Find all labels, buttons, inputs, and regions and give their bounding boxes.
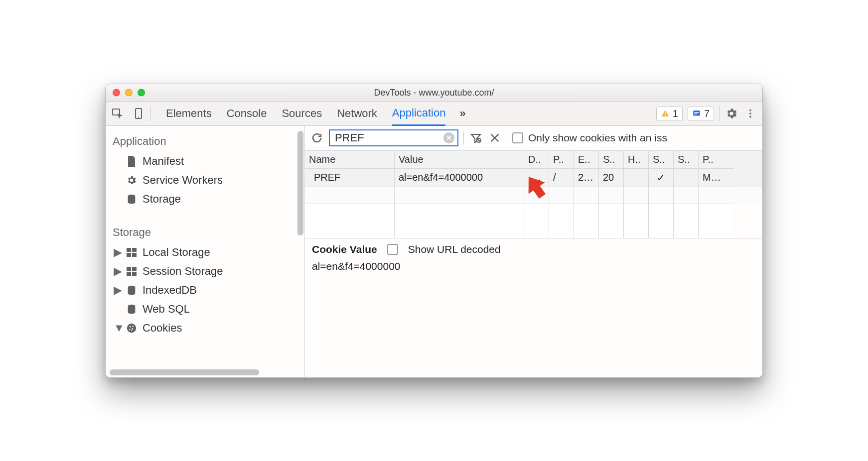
sidebar-item-label: Service Workers: [143, 174, 223, 187]
col-name[interactable]: Name: [305, 151, 395, 169]
sidebar-item-label: Session Storage: [143, 265, 223, 278]
sidebar-horizontal-scrollbar[interactable]: [110, 369, 259, 375]
svg-point-23: [130, 326, 131, 327]
chevron-right-icon[interactable]: ▶: [114, 246, 121, 259]
cell-secure: ✓: [649, 169, 674, 187]
svg-rect-7: [694, 114, 697, 115]
cookies-panel: PREF Only show cookies with an iss: [305, 126, 762, 377]
panel-body: Application Manifest Service Workers: [106, 126, 762, 377]
svg-point-26: [132, 328, 133, 330]
database-icon: [126, 304, 138, 315]
cookie-detail-pane: Cookie Value Show URL decoded al=en&f4=4…: [305, 238, 762, 277]
divider: [507, 131, 507, 144]
file-icon: [126, 156, 138, 167]
col-value[interactable]: Value: [395, 151, 524, 169]
clear-filter-icon[interactable]: [443, 132, 454, 143]
col-httponly[interactable]: H..: [624, 151, 649, 169]
chevron-right-icon[interactable]: ▶: [114, 265, 121, 278]
sidebar-heading-application: Application: [106, 130, 304, 152]
close-window-button[interactable]: [113, 89, 120, 97]
sidebar-item-label: Web SQL: [143, 303, 190, 316]
titlebar: DevTools - www.youtube.com/: [106, 84, 762, 102]
chevron-down-icon[interactable]: ▼: [114, 322, 121, 335]
warnings-badge[interactable]: 1: [656, 107, 683, 121]
tab-application[interactable]: Application: [392, 102, 446, 126]
svg-rect-5: [693, 111, 700, 116]
sidebar-item-storage[interactable]: Storage: [106, 190, 304, 209]
col-size[interactable]: S..: [599, 151, 624, 169]
svg-rect-17: [132, 267, 137, 271]
cell-samesite: [674, 169, 699, 187]
url-decode-checkbox[interactable]: [387, 244, 398, 255]
sidebar-item-session-storage[interactable]: ▶ Session Storage: [106, 262, 304, 281]
overflow-tabs-button[interactable]: »: [459, 107, 464, 120]
sidebar-item-indexeddb[interactable]: ▶ IndexedDB: [106, 281, 304, 300]
col-path[interactable]: P..: [549, 151, 574, 169]
tab-sources[interactable]: Sources: [282, 102, 322, 125]
database-icon: [126, 194, 138, 205]
svg-rect-12: [127, 248, 131, 252]
divider: [463, 131, 464, 144]
infos-badge[interactable]: 7: [688, 107, 714, 121]
tab-network[interactable]: Network: [337, 102, 377, 125]
filter-value: PREF: [335, 131, 443, 144]
sidebar-item-cookies[interactable]: ▼ Cookies: [106, 319, 304, 338]
delete-selected-icon[interactable]: [488, 131, 502, 145]
cookies-table: Name Value D.. P.. E.. S.. H.. S.. S.. P…: [305, 151, 762, 238]
sidebar-vertical-scrollbar[interactable]: [297, 131, 303, 235]
grid-icon: [126, 248, 138, 257]
table-row: [305, 187, 762, 204]
panel-tabs: Elements Console Sources Network Applica…: [156, 102, 445, 125]
col-expires[interactable]: E..: [574, 151, 599, 169]
sidebar-item-label: Storage: [143, 193, 181, 206]
kebab-menu-icon[interactable]: [743, 107, 757, 120]
only-issues-label: Only show cookies with an iss: [528, 132, 667, 144]
chevron-right-icon[interactable]: ▶: [114, 284, 121, 297]
settings-icon[interactable]: [724, 107, 738, 120]
devtools-toolbar: Elements Console Sources Network Applica…: [106, 102, 762, 126]
svg-rect-3: [665, 113, 666, 115]
sidebar-item-label: Manifest: [143, 155, 184, 168]
col-domain[interactable]: D..: [524, 151, 549, 169]
refresh-icon[interactable]: [310, 131, 324, 145]
cookie-value-text: al=en&f4=4000000: [312, 260, 755, 272]
sidebar-item-service-workers[interactable]: Service Workers: [106, 171, 304, 190]
divider: [719, 106, 720, 121]
col-samesite[interactable]: S..: [674, 151, 699, 169]
cell-size: 20: [599, 169, 624, 187]
sidebar-item-label: Cookies: [143, 322, 182, 335]
zoom-window-button[interactable]: [138, 89, 145, 97]
database-icon: [126, 285, 138, 296]
info-icon: [692, 109, 701, 118]
tab-console[interactable]: Console: [227, 102, 267, 125]
filter-icon[interactable]: [469, 131, 483, 145]
device-toolbar-icon[interactable]: [132, 107, 145, 120]
url-decode-label: Show URL decoded: [408, 243, 501, 255]
warning-icon: [661, 109, 670, 118]
svg-point-25: [129, 329, 131, 330]
svg-rect-16: [127, 267, 131, 271]
svg-rect-18: [127, 272, 131, 276]
sidebar-item-manifest[interactable]: Manifest: [106, 152, 304, 171]
sidebar-item-local-storage[interactable]: ▶ Local Storage: [106, 243, 304, 262]
sidebar-item-websql[interactable]: Web SQL: [106, 300, 304, 319]
infos-count: 7: [704, 108, 710, 119]
cookie-icon: [126, 323, 138, 334]
cookie-value-heading: Cookie Value: [312, 243, 377, 255]
window-title: DevTools - www.youtube.com/: [106, 88, 762, 98]
minimize-window-button[interactable]: [125, 89, 133, 97]
filter-input[interactable]: PREF: [329, 129, 458, 146]
inspect-element-icon[interactable]: [111, 107, 125, 120]
col-priority[interactable]: P..: [699, 151, 733, 169]
application-sidebar: Application Manifest Service Workers: [106, 126, 305, 377]
sidebar-item-label: IndexedDB: [143, 284, 197, 297]
svg-rect-4: [665, 115, 666, 116]
warnings-count: 1: [673, 108, 678, 119]
table-row[interactable]: PREF al=en&f4=4000000 …. / 2… 20 ✓ M…: [305, 169, 762, 187]
only-issues-checkbox[interactable]: [512, 132, 523, 143]
sidebar-heading-storage: Storage: [106, 221, 304, 243]
tab-elements[interactable]: Elements: [166, 102, 212, 125]
svg-point-27: [131, 330, 132, 331]
window-controls: [113, 89, 145, 97]
col-secure[interactable]: S..: [649, 151, 674, 169]
